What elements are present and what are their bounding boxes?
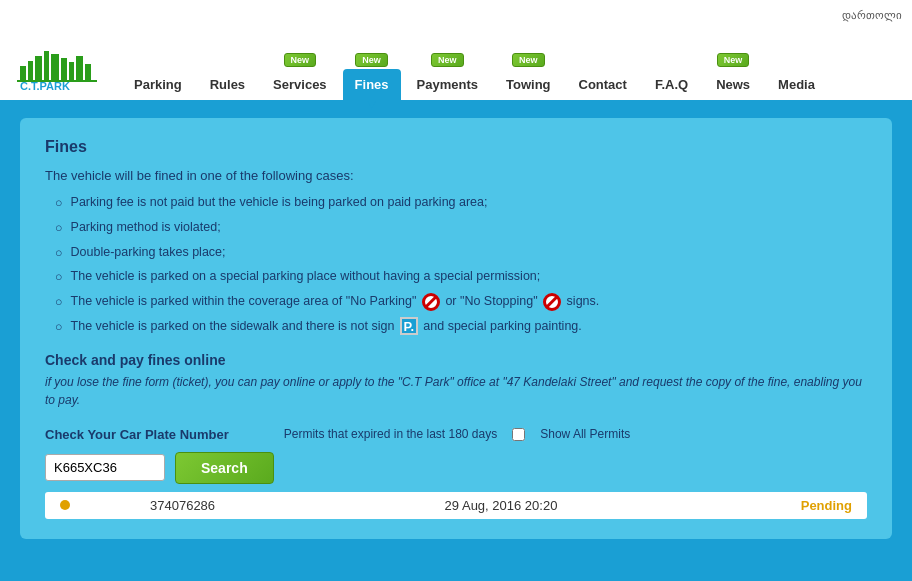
fines-list: Parking fee is not paid but the vehicle …: [55, 193, 867, 337]
nav-item-faq[interactable]: F.A.Q: [641, 69, 702, 100]
nav-link-faq[interactable]: F.A.Q: [643, 69, 700, 100]
svg-text:C.T.PARK: C.T.PARK: [20, 80, 70, 91]
result-dot: [60, 500, 70, 510]
nav-link-media[interactable]: Media: [766, 69, 827, 100]
permits-label: Permits that expired in the last 180 day…: [284, 427, 497, 441]
nav-link-fines[interactable]: Fines: [343, 69, 401, 100]
parking-sign-icon: P.: [400, 317, 418, 335]
result-status: Pending: [618, 498, 852, 513]
check-pay-title: Check and pay fines online: [45, 352, 867, 368]
nav-item-services[interactable]: NewServices: [259, 53, 341, 100]
nav-item-media[interactable]: Media: [764, 69, 829, 100]
show-all-label: Show All Permits: [540, 427, 630, 441]
nav-item-parking[interactable]: Parking: [120, 69, 196, 100]
italic-note: if you lose the fine form (ticket), you …: [45, 373, 867, 409]
nav-link-rules[interactable]: Rules: [198, 69, 257, 100]
nav-link-services[interactable]: Services: [261, 69, 339, 100]
nav-item-fines[interactable]: NewFines: [341, 53, 403, 100]
nav-item-news[interactable]: NewNews: [702, 53, 764, 100]
svg-rect-4: [51, 54, 59, 81]
svg-rect-5: [61, 58, 67, 81]
nav-item-towing[interactable]: NewTowing: [492, 53, 565, 100]
header: C.T.PARK ParkingRulesNewServicesNewFines…: [0, 30, 912, 103]
svg-rect-3: [44, 51, 49, 81]
nav-link-parking[interactable]: Parking: [122, 69, 194, 100]
new-badge-towing: New: [512, 53, 545, 67]
new-badge-services: New: [284, 53, 317, 67]
top-bar: დართოლი: [0, 0, 912, 30]
nav-link-towing[interactable]: Towing: [494, 69, 563, 100]
page-title: Fines: [45, 138, 867, 156]
fine-item-5: The vehicle is parked within the coverag…: [55, 292, 867, 312]
search-button[interactable]: Search: [175, 452, 274, 484]
fine-item-4: The vehicle is parked on a special parki…: [55, 267, 867, 287]
svg-rect-1: [28, 61, 33, 81]
nav-link-payments[interactable]: Payments: [405, 69, 490, 100]
new-badge-fines: New: [355, 53, 388, 67]
plate-input[interactable]: [45, 454, 165, 481]
check-label: Check Your Car Plate Number: [45, 427, 229, 442]
nav: ParkingRulesNewServicesNewFinesNewPaymen…: [120, 30, 912, 100]
input-row: Search: [45, 452, 867, 484]
svg-rect-7: [76, 56, 83, 81]
nav-item-contact[interactable]: Contact: [565, 69, 641, 100]
search-row: Check Your Car Plate Number Permits that…: [45, 427, 867, 442]
intro-text: The vehicle will be fined in one of the …: [45, 168, 867, 183]
new-badge-news: New: [717, 53, 750, 67]
logo-icon: C.T.PARK: [15, 36, 105, 91]
nav-item-rules[interactable]: Rules: [196, 69, 259, 100]
fine-item-2: Parking method is violated;: [55, 218, 867, 238]
fine-item-1: Parking fee is not paid but the vehicle …: [55, 193, 867, 213]
nav-link-contact[interactable]: Contact: [567, 69, 639, 100]
svg-rect-8: [85, 64, 91, 81]
svg-rect-6: [69, 62, 74, 81]
svg-rect-0: [20, 66, 26, 81]
new-badge-payments: New: [431, 53, 464, 67]
user-text: დართოლი: [842, 9, 902, 22]
fine-item-6: The vehicle is parked on the sidewalk an…: [55, 317, 867, 337]
show-all-checkbox[interactable]: [512, 428, 525, 441]
content-box: Fines The vehicle will be fined in one o…: [20, 118, 892, 539]
main-content: Fines The vehicle will be fined in one o…: [0, 103, 912, 581]
result-row: 374076286 29 Aug, 2016 20:20 Pending: [45, 492, 867, 519]
logo-area: C.T.PARK: [0, 31, 120, 99]
result-date: 29 Aug, 2016 20:20: [384, 498, 618, 513]
nav-item-payments[interactable]: NewPayments: [403, 53, 492, 100]
no-stopping-icon: [543, 293, 561, 311]
svg-rect-2: [35, 56, 42, 81]
no-parking-icon: [422, 293, 440, 311]
fine-item-3: Double-parking takes place;: [55, 243, 867, 263]
result-id: 374076286: [150, 498, 384, 513]
nav-link-news[interactable]: News: [704, 69, 762, 100]
